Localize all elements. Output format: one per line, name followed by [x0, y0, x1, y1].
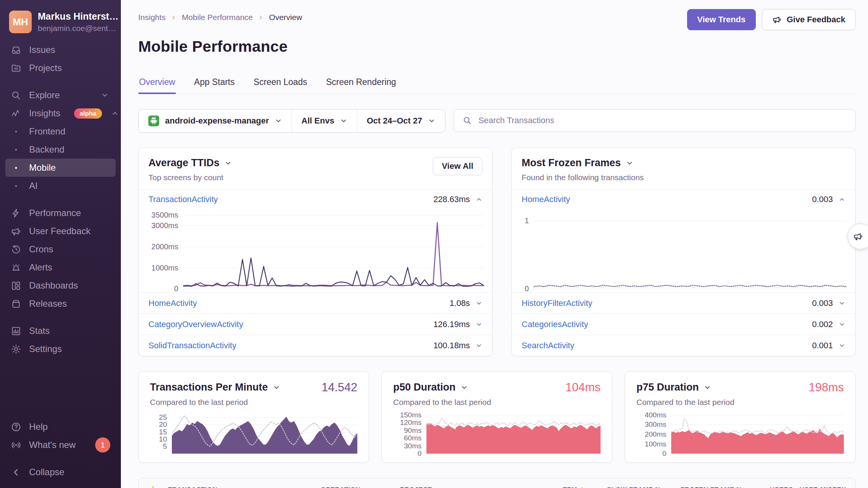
user-menu[interactable]: MH Markus Hinterst… benjamin.coe@sent…	[0, 6, 121, 41]
column-project[interactable]: PROJECT	[400, 486, 530, 488]
environment-selector-value: All Envs	[301, 116, 334, 126]
chevron-down-icon[interactable]	[476, 342, 482, 349]
sidebar-item-whats-new[interactable]: What's new 1	[5, 436, 116, 454]
transaction-link[interactable]: HomeActivity	[148, 298, 197, 308]
column-transaction[interactable]: TRANSACTION	[168, 486, 321, 488]
sidebar-item-issues[interactable]: Issues	[5, 41, 116, 59]
bullet-icon	[15, 149, 17, 151]
breadcrumb-mobile-performance[interactable]: Mobile Performance	[182, 13, 253, 22]
column-user-misery[interactable]: USER MISERY	[800, 486, 855, 488]
p50-value: 104ms	[565, 381, 601, 394]
transaction-link[interactable]: CategoryOverviewActivity	[148, 320, 243, 329]
sidebar-item-mobile[interactable]: Mobile	[5, 159, 116, 177]
chevron-down-icon[interactable]	[224, 159, 232, 167]
sidebar-item-frontend[interactable]: Frontend	[5, 122, 116, 141]
sidebar-item-insights[interactable]: Insights alpha	[5, 104, 116, 122]
sidebar-item-label: Projects	[29, 63, 62, 73]
project-selector[interactable]: android-expense-manager	[139, 110, 292, 132]
chevron-down-icon[interactable]	[839, 300, 845, 307]
sidebar-item-releases[interactable]: Releases	[5, 295, 116, 313]
projects-icon	[11, 63, 22, 74]
column-slow-frame[interactable]: SLOW FRAME %	[607, 486, 663, 488]
sidebar-item-help[interactable]: Help	[5, 418, 116, 436]
ttid-value: 100.18ms	[433, 341, 470, 351]
sidebar-item-ai[interactable]: AI	[5, 177, 116, 195]
transaction-link[interactable]: SolidTransactionActivity	[148, 341, 236, 351]
chevron-right-icon	[258, 14, 264, 21]
column-users[interactable]: USERS	[770, 486, 795, 488]
sidebar-item-label: What's new	[29, 440, 76, 450]
chevron-down-icon[interactable]	[476, 321, 482, 328]
sidebar-item-projects[interactable]: Projects	[5, 59, 116, 77]
transaction-link[interactable]: HistoryFilterActivity	[522, 298, 592, 308]
chevron-down-icon[interactable]	[476, 300, 482, 307]
filter-bar: android-expense-manager All Envs Oct 24–…	[138, 109, 856, 133]
page-title: Mobile Performance	[138, 38, 856, 56]
bullet-icon	[15, 185, 17, 187]
tpm-chart: 252015105	[150, 413, 357, 454]
tab-screen-loads[interactable]: Screen Loads	[253, 77, 308, 94]
broadcast-icon	[11, 440, 22, 451]
sidebar: MH Markus Hinterst… benjamin.coe@sent… I…	[0, 0, 121, 488]
p75-duration-card: p75 Duration 198ms Compared to the last …	[625, 371, 856, 463]
sidebar-item-backend[interactable]: Backend	[5, 141, 116, 159]
sidebar-collapse-button[interactable]: Collapse	[5, 463, 116, 481]
chevron-down-icon[interactable]	[704, 384, 711, 391]
frozen-row: HistoryFilterActivity 0.003	[512, 292, 855, 313]
table-header: ★ TRANSACTION OPERATION PROJECT TPM SLOW…	[139, 478, 855, 488]
transaction-link[interactable]: TransactionActivity	[148, 195, 218, 204]
main-content: Insights Mobile Performance Overview Vie…	[121, 0, 868, 488]
box-icon	[11, 298, 22, 309]
p50-duration-card: p50 Duration 104ms Compared to the last …	[381, 371, 612, 463]
chevron-down-icon[interactable]	[273, 384, 280, 391]
tab-app-starts[interactable]: App Starts	[193, 77, 235, 94]
transaction-link[interactable]: HomeActivity	[522, 195, 570, 204]
environment-selector[interactable]: All Envs	[292, 110, 357, 132]
megaphone-icon	[11, 226, 22, 237]
sidebar-item-settings[interactable]: Settings	[5, 340, 116, 358]
avatar: MH	[9, 11, 32, 33]
clock-icon	[11, 244, 22, 255]
chevron-up-icon[interactable]	[476, 196, 482, 203]
search-icon	[11, 90, 22, 101]
chevron-up-icon[interactable]	[839, 196, 845, 203]
tpm-card: Transactions Per Minute 14.542 Compared …	[138, 371, 369, 463]
column-tpm-sorted[interactable]: TPM	[563, 486, 587, 488]
transaction-link[interactable]: CategoriesActivity	[522, 320, 588, 329]
sidebar-item-alerts[interactable]: Alerts	[5, 258, 116, 276]
top-cards-row: Average TTIDs Top screens by count View …	[138, 148, 856, 356]
project-selector-value: android-expense-manager	[165, 116, 269, 126]
breadcrumb-insights[interactable]: Insights	[138, 13, 165, 22]
view-trends-button[interactable]: View Trends	[687, 9, 756, 30]
p75-value: 198ms	[809, 381, 844, 394]
transaction-link[interactable]: SearchActivity	[522, 341, 574, 351]
chevron-down-icon[interactable]	[460, 384, 468, 391]
column-operation[interactable]: OPERATION	[321, 486, 400, 488]
star-filled-icon[interactable]: ★	[149, 484, 158, 488]
sidebar-item-user-feedback[interactable]: User Feedback	[5, 222, 116, 240]
chevron-down-icon[interactable]	[839, 321, 845, 328]
date-range-selector[interactable]: Oct 24–Oct 27	[357, 110, 445, 132]
chevron-down-icon	[99, 91, 110, 99]
bullet-icon	[15, 131, 17, 133]
tab-bar: Overview App Starts Screen Loads Screen …	[138, 77, 856, 94]
sidebar-item-crons[interactable]: Crons	[5, 240, 116, 258]
tab-overview[interactable]: Overview	[138, 77, 176, 94]
search-bar	[454, 109, 856, 132]
megaphone-icon	[853, 231, 863, 242]
sidebar-item-label: Backend	[29, 144, 64, 155]
sidebar-item-dashboards[interactable]: Dashboards	[5, 276, 116, 295]
sidebar-item-performance[interactable]: Performance	[5, 204, 116, 222]
chevron-down-icon[interactable]	[839, 342, 845, 349]
view-all-button[interactable]: View All	[433, 157, 482, 175]
give-feedback-button[interactable]: Give Feedback	[762, 9, 856, 30]
sidebar-item-stats[interactable]: Stats	[5, 322, 116, 340]
column-frozen-frame[interactable]: FROZEN FRAME %	[681, 486, 744, 488]
sidebar-item-label: Releases	[29, 298, 67, 309]
frozen-frames-header: Most Frozen Frames Found in the followin…	[512, 148, 855, 190]
tpm-subtitle: Compared to the last period	[150, 398, 357, 407]
tab-screen-rendering[interactable]: Screen Rendering	[325, 77, 397, 94]
search-input[interactable]	[478, 115, 847, 126]
sidebar-item-explore[interactable]: Explore	[5, 86, 116, 104]
chevron-down-icon[interactable]	[626, 159, 633, 167]
